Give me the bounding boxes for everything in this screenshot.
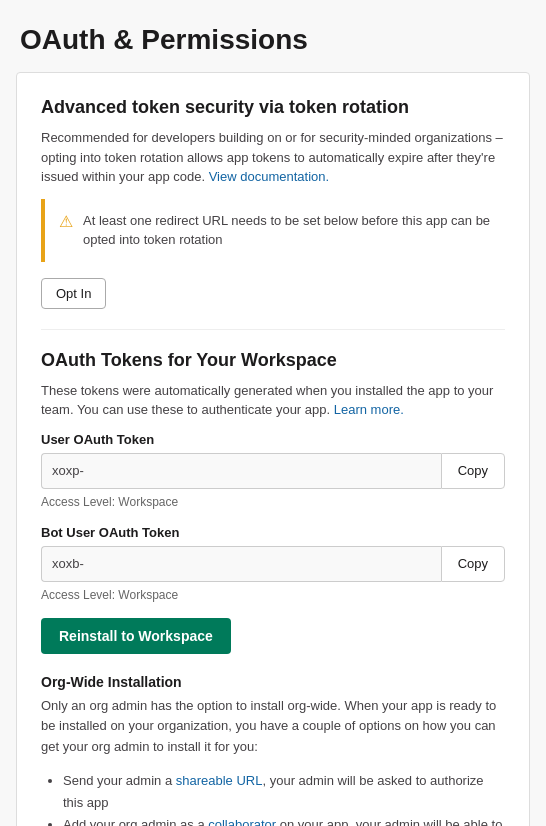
token-security-description: Recommended for developers building on o… bbox=[41, 128, 505, 187]
bot-token-copy-button[interactable]: Copy bbox=[441, 546, 505, 582]
bot-token-label: Bot User OAuth Token bbox=[41, 525, 505, 540]
oauth-tokens-description: These tokens were automatically generate… bbox=[41, 381, 505, 420]
token-security-title: Advanced token security via token rotati… bbox=[41, 97, 505, 118]
user-token-access-level: Access Level: Workspace bbox=[41, 495, 505, 509]
org-list-item-2: Add your org admin as a collaborator on … bbox=[63, 814, 505, 826]
user-token-input[interactable] bbox=[41, 453, 441, 489]
opt-in-button[interactable]: Opt In bbox=[41, 278, 106, 309]
oauth-tokens-section: OAuth Tokens for Your Workspace These to… bbox=[41, 350, 505, 827]
org-list-item-1: Send your admin a shareable URL, your ad… bbox=[63, 770, 505, 814]
view-documentation-link[interactable]: View documentation. bbox=[209, 169, 329, 184]
shareable-url-link[interactable]: shareable URL bbox=[176, 773, 263, 788]
org-wide-list: Send your admin a shareable URL, your ad… bbox=[41, 770, 505, 826]
learn-more-tokens-link[interactable]: Learn more. bbox=[334, 402, 404, 417]
oauth-tokens-title: OAuth Tokens for Your Workspace bbox=[41, 350, 505, 371]
user-token-row: Copy bbox=[41, 453, 505, 489]
org-wide-title: Org-Wide Installation bbox=[41, 674, 505, 690]
bot-token-row: Copy bbox=[41, 546, 505, 582]
page-title: OAuth & Permissions bbox=[0, 0, 546, 72]
bot-token-access-level: Access Level: Workspace bbox=[41, 588, 505, 602]
reinstall-button[interactable]: Reinstall to Workspace bbox=[41, 618, 231, 654]
collaborator-link[interactable]: collaborator bbox=[208, 817, 276, 826]
org-wide-description: Only an org admin has the option to inst… bbox=[41, 696, 505, 758]
token-security-section: Advanced token security via token rotati… bbox=[41, 97, 505, 309]
alert-box: ⚠ At least one redirect URL needs to be … bbox=[41, 199, 505, 262]
warning-icon: ⚠ bbox=[59, 212, 73, 231]
user-token-label: User OAuth Token bbox=[41, 432, 505, 447]
section-divider bbox=[41, 329, 505, 330]
oauth-permissions-card: Advanced token security via token rotati… bbox=[16, 72, 530, 826]
bot-token-input[interactable] bbox=[41, 546, 441, 582]
alert-text: At least one redirect URL needs to be se… bbox=[83, 211, 491, 250]
user-token-copy-button[interactable]: Copy bbox=[441, 453, 505, 489]
